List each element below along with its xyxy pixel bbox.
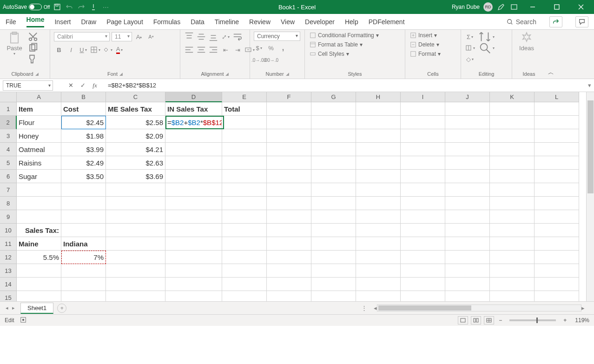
cell[interactable]: [267, 291, 311, 301]
cell[interactable]: [490, 116, 535, 129]
cell[interactable]: [106, 237, 165, 251]
ribbon-display-icon[interactable]: [509, 2, 519, 12]
cell[interactable]: [222, 197, 267, 210]
cell[interactable]: [356, 264, 401, 278]
cell[interactable]: [445, 251, 490, 264]
dialog-launcher-icon[interactable]: ◢: [225, 72, 229, 76]
align-bottom-icon[interactable]: [208, 32, 218, 42]
vertical-scrollbar[interactable]: [586, 92, 594, 301]
cell[interactable]: [490, 264, 535, 278]
row-header[interactable]: 13: [0, 264, 17, 278]
cell[interactable]: [445, 116, 490, 129]
cancel-formula-icon[interactable]: ✕: [66, 82, 75, 89]
cell[interactable]: [267, 116, 311, 129]
cell[interactable]: Indiana: [61, 237, 106, 251]
cell[interactable]: [267, 264, 311, 278]
cell[interactable]: [222, 264, 267, 278]
cell[interactable]: Sugar: [17, 170, 61, 183]
row-header[interactable]: 14: [0, 278, 17, 291]
cell[interactable]: [490, 224, 535, 237]
find-select-icon[interactable]: ▾: [478, 43, 495, 53]
cell[interactable]: $1.98: [61, 129, 106, 143]
cell[interactable]: [401, 210, 445, 224]
cell[interactable]: [311, 237, 356, 251]
column-header[interactable]: B: [61, 92, 106, 102]
cell[interactable]: [311, 170, 356, 183]
cell[interactable]: [490, 143, 535, 156]
tab-formulas[interactable]: Formulas: [153, 18, 180, 26]
expand-formula-bar-icon[interactable]: ▾: [585, 82, 594, 89]
zoom-in-button[interactable]: +: [561, 317, 568, 324]
cell[interactable]: [490, 291, 535, 301]
cell[interactable]: [356, 143, 401, 156]
cell[interactable]: [535, 264, 579, 278]
format-as-table-button[interactable]: Format as Table▾: [309, 41, 363, 48]
cell[interactable]: [165, 183, 222, 197]
cell[interactable]: [311, 129, 356, 143]
cell[interactable]: [490, 183, 535, 197]
wrap-text-icon[interactable]: [232, 32, 243, 42]
cell[interactable]: [311, 291, 356, 301]
qat-more-icon[interactable]: ⋯: [101, 2, 110, 12]
cell[interactable]: [165, 156, 222, 170]
insert-cells-button[interactable]: Insert▾: [409, 32, 438, 39]
cell[interactable]: [401, 251, 445, 264]
cell[interactable]: [535, 183, 579, 197]
increase-decimal-icon[interactable]: .0→.00: [254, 55, 264, 65]
row-header[interactable]: 5: [0, 156, 17, 170]
cell[interactable]: [490, 278, 535, 291]
cell[interactable]: [535, 291, 579, 301]
currency-icon[interactable]: $▾: [254, 43, 264, 53]
cell[interactable]: ME Sales Tax: [106, 102, 165, 116]
clear-icon[interactable]: ◇▾: [465, 54, 475, 64]
column-header[interactable]: K: [490, 92, 535, 102]
cell[interactable]: Cost: [61, 102, 106, 116]
autosum-icon[interactable]: Σ▾: [465, 32, 475, 42]
cell[interactable]: [17, 291, 61, 301]
touch-mode-icon[interactable]: [89, 2, 98, 12]
bold-button[interactable]: B: [54, 45, 64, 55]
cell[interactable]: [356, 183, 401, 197]
font-name-select[interactable]: Calibri: [54, 32, 110, 41]
column-header[interactable]: J: [445, 92, 490, 102]
ideas-button[interactable]: Ideas: [516, 32, 537, 52]
cell[interactable]: [106, 291, 165, 301]
tab-data[interactable]: Data: [191, 18, 205, 26]
page-layout-view-icon[interactable]: [471, 316, 481, 324]
name-box[interactable]: TRUE: [3, 80, 53, 91]
cell[interactable]: [401, 224, 445, 237]
cell[interactable]: Item: [17, 102, 61, 116]
scroll-left-icon[interactable]: ◂: [374, 304, 377, 311]
sheet-tab[interactable]: Sheet1: [20, 303, 53, 314]
cell[interactable]: [222, 278, 267, 291]
cell[interactable]: [311, 183, 356, 197]
cell[interactable]: [106, 278, 165, 291]
cell[interactable]: [165, 251, 222, 264]
cell[interactable]: [267, 183, 311, 197]
increase-indent-icon[interactable]: ⇥: [232, 45, 243, 55]
cell[interactable]: [490, 251, 535, 264]
cell[interactable]: [535, 210, 579, 224]
cell[interactable]: Total: [222, 102, 267, 116]
insert-function-icon[interactable]: fx: [90, 82, 99, 89]
normal-view-icon[interactable]: [458, 316, 468, 324]
cell[interactable]: $3.69: [106, 170, 165, 183]
tab-review[interactable]: Review: [249, 18, 271, 26]
scroll-right-icon[interactable]: ▸: [581, 304, 585, 311]
cell[interactable]: [356, 102, 401, 116]
cell[interactable]: [267, 210, 311, 224]
cell[interactable]: $3.99: [61, 143, 106, 156]
cell[interactable]: Oatmeal: [17, 143, 61, 156]
cell[interactable]: [17, 183, 61, 197]
cell[interactable]: Sales Tax:: [17, 224, 61, 237]
cell[interactable]: [222, 183, 267, 197]
cell[interactable]: [490, 129, 535, 143]
formula-input[interactable]: =$B2+$B2*$B$12: [104, 82, 585, 89]
undo-icon[interactable]: [65, 2, 74, 12]
zoom-out-button[interactable]: −: [497, 317, 504, 324]
paste-button[interactable]: Paste ▾: [4, 32, 25, 56]
cell[interactable]: [445, 224, 490, 237]
sheet-nav-next-icon[interactable]: ▸: [12, 305, 15, 311]
column-header[interactable]: D: [165, 92, 222, 102]
cell[interactable]: $2.58: [106, 116, 165, 129]
